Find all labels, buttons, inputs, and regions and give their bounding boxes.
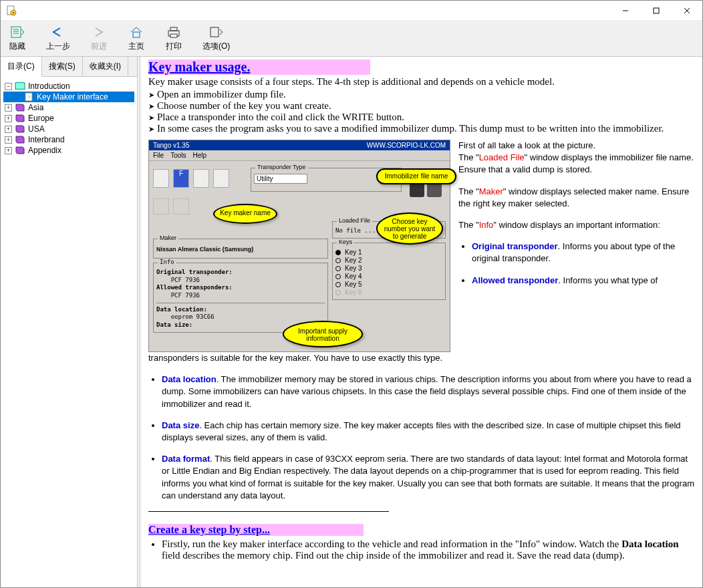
bullet-data-size: Data size. Each chip has certain memory … [162, 420, 694, 444]
step-by-step-list: Firstly, run the key maker interface acc… [162, 539, 694, 561]
expand-icon[interactable]: + [5, 104, 12, 112]
options-button[interactable]: 选项(O) [198, 23, 234, 53]
tree-introduction[interactable]: − Introduction [3, 81, 134, 92]
print-icon [165, 25, 182, 39]
sidebar-tabs: 目录(C) 搜索(S) 收藏夹(I) [1, 57, 137, 77]
step-item: In some cases the program asks you to sa… [148, 123, 694, 134]
home-icon [128, 25, 145, 39]
side-text: First of all take a look at the picture.… [458, 140, 694, 352]
callout-keymaker: Key maker name [213, 204, 277, 224]
book-icon [15, 135, 25, 144]
callout-choosekey: Choose key number you want to generate [376, 212, 443, 245]
help-page-icon: ? [25, 92, 34, 102]
page-title: Key maker usage. [148, 59, 370, 75]
tango-screenshot: Tango v1.35 WWW.SCORPIO-LK.COM File Tool… [148, 140, 450, 352]
svg-text:?: ? [27, 94, 31, 100]
svg-rect-7 [11, 27, 21, 37]
callout-immobilizer: Immobilizer file name [376, 168, 456, 184]
forward-button: 前进 [86, 23, 112, 53]
main-area: 目录(C) 搜索(S) 收藏夹(I) − Introduction ? Key … [1, 57, 702, 587]
forward-label: 前进 [91, 41, 107, 52]
expand-icon[interactable]: + [5, 147, 12, 154]
step-item: Open an immobilizer dump file. [148, 89, 694, 100]
open-book-icon [15, 82, 25, 91]
section-create-key: Create a key step by step... [148, 524, 364, 536]
expand-icon[interactable]: + [5, 126, 12, 133]
expand-icon[interactable]: + [5, 115, 12, 122]
print-button[interactable]: 打印 [161, 23, 186, 53]
back-button[interactable]: 上一步 [42, 23, 74, 53]
back-icon [49, 25, 67, 39]
steps-list: Open an immobilizer dump file. Choose nu… [148, 89, 694, 134]
content-pane[interactable]: Key maker usage. Key maker usage consist… [140, 57, 702, 587]
svg-rect-13 [170, 27, 177, 31]
options-label: 选项(O) [202, 41, 230, 52]
help-window: ? 隐藏 上一步 前进 主页 打印 选项( [0, 0, 703, 588]
ss-titlebar: Tango v1.35 WWW.SCORPIO-LK.COM [149, 140, 450, 150]
bullet-data-format: Data format. This field appears in case … [162, 453, 694, 502]
tree-asia[interactable]: + Asia [3, 102, 134, 113]
expand-icon[interactable]: + [5, 136, 12, 144]
contents-tree: − Introduction ? Key Maker interface + A… [1, 77, 137, 587]
intro-text: Key maker usage consists of a four steps… [148, 76, 694, 88]
hide-button[interactable]: 隐藏 [5, 23, 30, 53]
book-icon [15, 103, 25, 112]
tree-key-maker-interface[interactable]: ? Key Maker interface [3, 92, 134, 102]
tab-search[interactable]: 搜索(S) [42, 57, 83, 76]
tree-appendix[interactable]: + Appendix [3, 145, 134, 156]
tree-interbrand[interactable]: + Interbrand [3, 134, 134, 145]
svg-rect-15 [210, 27, 219, 37]
home-button[interactable]: 主页 [124, 23, 149, 53]
tab-contents[interactable]: 目录(C) [1, 57, 42, 77]
help-file-icon: ? [6, 5, 17, 16]
ss-menubar: File Tools Help [149, 150, 450, 161]
step-item: Place a transponder into the coil and cl… [148, 112, 694, 123]
collapse-icon[interactable]: − [5, 83, 12, 90]
svg-rect-14 [170, 34, 177, 37]
tree-usa[interactable]: + USA [3, 124, 134, 134]
callout-supply: Important supply information [283, 321, 363, 347]
hide-label: 隐藏 [9, 41, 25, 52]
svg-rect-11 [133, 32, 140, 37]
step-item: Firstly, run the key maker interface acc… [162, 539, 694, 561]
forward-icon [90, 25, 108, 39]
toolbar: 隐藏 上一步 前进 主页 打印 选项(O) [1, 21, 702, 57]
minimize-button[interactable] [610, 1, 641, 21]
options-icon [208, 25, 225, 39]
divider [148, 511, 389, 512]
book-icon [15, 124, 25, 134]
wrapped-text: transponders is suitable for the key mak… [148, 352, 694, 364]
print-label: 打印 [166, 41, 182, 52]
close-button[interactable] [672, 1, 702, 21]
home-label: 主页 [128, 41, 144, 52]
titlebar: ? [1, 1, 702, 21]
hide-icon [9, 25, 26, 39]
maximize-button[interactable] [641, 1, 672, 21]
book-icon [15, 114, 25, 123]
bullet-data-location: Data location. The immobilizer memory ma… [162, 374, 694, 410]
tree-europe[interactable]: + Europe [3, 113, 134, 124]
step-item: Choose number of the key you want create… [148, 100, 694, 112]
tab-favorites[interactable]: 收藏夹(I) [83, 57, 128, 76]
svg-rect-4 [654, 8, 659, 13]
sidebar: 目录(C) 搜索(S) 收藏夹(I) − Introduction ? Key … [1, 57, 138, 587]
book-icon [15, 146, 25, 155]
back-label: 上一步 [46, 41, 70, 52]
